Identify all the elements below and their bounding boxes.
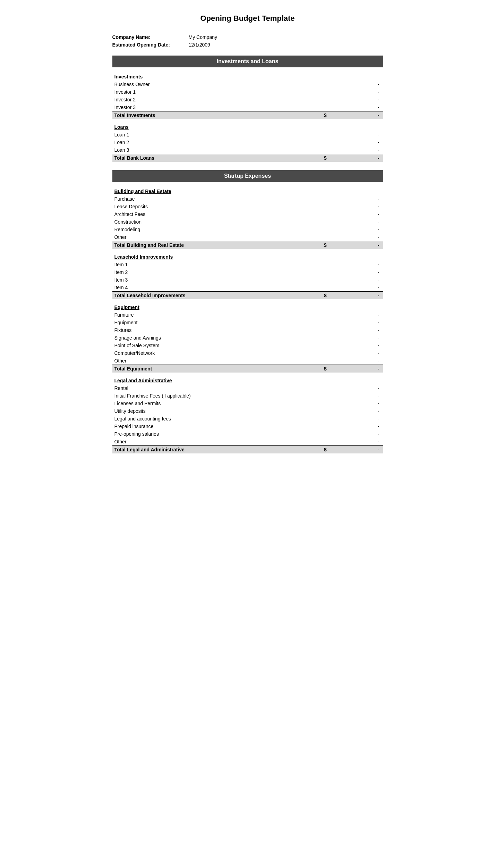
opening-date-value: 12/1/2009 [189,41,383,49]
opening-date-label: Estimated Opening Date: [112,41,189,49]
legal-title: Legal and Administrative [112,377,302,384]
list-item: Construction - [112,218,383,226]
total-building-row: Total Building and Real Estate $ - [112,241,383,249]
list-item: Pre-opening salaries - [112,430,383,438]
list-item: Rental - [112,384,383,392]
list-item: Lease Deposits - [112,203,383,210]
list-item: Licenses and Permits - [112,400,383,407]
total-legal-row: Total Legal and Administrative $ - [112,446,383,454]
list-item: Equipment - [112,319,383,326]
list-item: Item 3 - [112,276,383,284]
list-item: Loan 3 - [112,146,383,154]
investments-loans-header: Investments and Loans [112,56,383,67]
company-name-value: My Company [189,33,383,41]
page-title: Opening Budget Template [112,14,383,23]
list-item: Business Owner - [112,81,383,88]
company-info: Company Name: My Company Estimated Openi… [112,33,383,49]
list-item: Purchase - [112,195,383,203]
list-item: Item 1 - [112,261,383,268]
list-item: Other - [112,233,383,241]
list-item: Other - [112,357,383,365]
total-investments-row: Total Investments $ - [112,111,383,119]
list-item: Computer/Network - [112,349,383,357]
equipment-title: Equipment [112,303,302,311]
list-item: Investor 2 - [112,96,383,103]
list-item: Loan 1 - [112,131,383,139]
list-item: Other - [112,438,383,446]
building-title: Building and Real Estate [112,187,302,195]
list-item: Remodeling - [112,226,383,233]
investments-title: Investments [112,73,302,81]
loans-title: Loans [112,123,302,131]
list-item: Investor 1 - [112,88,383,96]
startup-expenses-header: Startup Expenses [112,170,383,182]
total-leasehold-row: Total Leasehold Improvements $ - [112,292,383,300]
list-item: Item 4 - [112,284,383,292]
list-item: Prepaid insurance - [112,423,383,430]
building-table: Building and Real Estate Purchase - Leas… [112,187,383,453]
list-item: Architect Fees - [112,210,383,218]
list-item: Utility deposits - [112,407,383,415]
list-item: Fixtures - [112,326,383,334]
list-item: Item 2 - [112,268,383,276]
list-item: Loan 2 - [112,139,383,146]
investments-table: Investments Business Owner - Investor 1 … [112,73,383,162]
list-item: Point of Sale System - [112,342,383,349]
list-item: Legal and accounting fees - [112,415,383,423]
list-item: Initial Franchise Fees (if applicable) - [112,392,383,400]
list-item underline-row: Investor 3 - [112,103,383,111]
list-item: Signage and Awnings - [112,334,383,342]
company-name-label: Company Name: [112,33,189,41]
total-bank-loans-row: Total Bank Loans $ - [112,154,383,162]
leasehold-title: Leasehold Improvements [112,253,302,261]
total-equipment-row: Total Equipment $ - [112,365,383,373]
list-item: Furniture - [112,311,383,319]
